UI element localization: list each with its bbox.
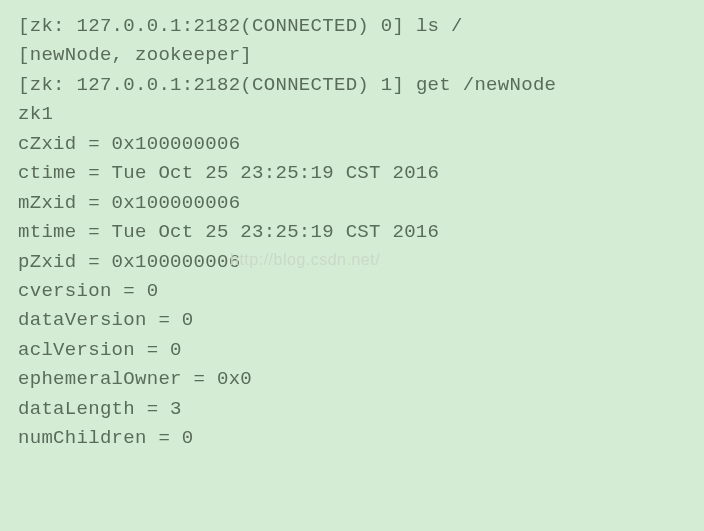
prompt-line-2: [zk: 127.0.0.1:2182(CONNECTED) 1] get /n…: [18, 71, 686, 100]
command-ls: ls /: [416, 15, 463, 37]
stat-ephemeralowner: ephemeralOwner = 0x0: [18, 365, 686, 394]
prompt-prefix: [zk: 127.0.0.1:2182(CONNECTED) 0]: [18, 15, 416, 37]
stat-ctime: ctime = Tue Oct 25 23:25:19 CST 2016: [18, 159, 686, 188]
stat-pzxid: pZxid = 0x100000006: [18, 248, 686, 277]
stat-numchildren: numChildren = 0: [18, 424, 686, 453]
stat-aclversion: aclVersion = 0: [18, 336, 686, 365]
stat-mzxid: mZxid = 0x100000006: [18, 189, 686, 218]
stat-datalength: dataLength = 3: [18, 395, 686, 424]
prompt-line-1: [zk: 127.0.0.1:2182(CONNECTED) 0] ls /: [18, 12, 686, 41]
prompt-prefix: [zk: 127.0.0.1:2182(CONNECTED) 1]: [18, 74, 416, 96]
stat-dataversion: dataVersion = 0: [18, 306, 686, 335]
stat-cversion: cversion = 0: [18, 277, 686, 306]
data-value: zk1: [18, 100, 686, 129]
command-get: get /newNode: [416, 74, 556, 96]
stat-mtime: mtime = Tue Oct 25 23:25:19 CST 2016: [18, 218, 686, 247]
ls-output: [newNode, zookeeper]: [18, 41, 686, 70]
stat-czxid: cZxid = 0x100000006: [18, 130, 686, 159]
